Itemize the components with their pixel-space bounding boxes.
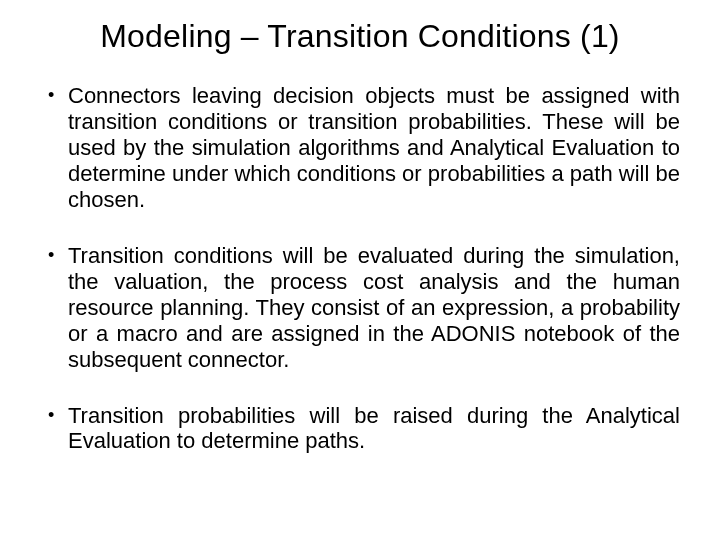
slide: Modeling – Transition Conditions (1) Con… xyxy=(0,0,720,540)
bullet-item: Transition conditions will be evaluated … xyxy=(40,243,680,373)
bullet-list: Connectors leaving decision objects must… xyxy=(40,83,680,454)
bullet-item: Connectors leaving decision objects must… xyxy=(40,83,680,213)
bullet-item: Transition probabilities will be raised … xyxy=(40,403,680,455)
slide-title: Modeling – Transition Conditions (1) xyxy=(40,18,680,55)
